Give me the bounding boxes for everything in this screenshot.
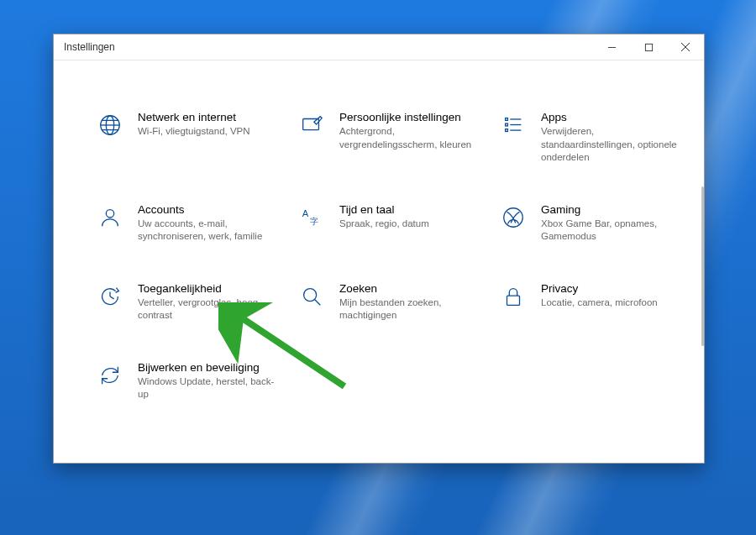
tile-apps[interactable]: Apps Verwijderen, standaardinstellingen,… — [499, 111, 692, 165]
tile-privacy[interactable]: Privacy Locatie, camera, microfoon — [499, 282, 692, 323]
tile-desc: Spraak, regio, datum — [339, 218, 429, 231]
person-icon — [96, 203, 124, 232]
search-icon — [297, 282, 326, 311]
maximize-button[interactable] — [630, 34, 667, 60]
close-button[interactable] — [667, 34, 704, 60]
xbox-icon — [499, 203, 528, 232]
svg-rect-14 — [506, 129, 508, 132]
tile-desc: Achtergrond, vergrendelingsscherm, kleur… — [339, 125, 482, 151]
display-icon — [96, 60, 124, 72]
window-title: Instellingen — [54, 41, 115, 53]
tile-network[interactable]: Netwerk en internet Wi-Fi, vliegtuigstan… — [96, 111, 289, 165]
svg-line-21 — [110, 296, 114, 299]
tile-gaming[interactable]: Gaming Xbox Game Bar, opnames, Gamemodus — [499, 203, 692, 244]
tile-desc: Verteller, vergrootglas, hoog contrast — [138, 296, 281, 323]
vertical-scrollbar[interactable] — [699, 60, 704, 463]
title-bar[interactable]: Instellingen — [54, 34, 704, 60]
tile-desc: Mijn bestanden zoeken, machtigingen — [339, 296, 482, 323]
tile-title: Zoeken — [339, 282, 482, 295]
apps-list-icon — [499, 111, 528, 139]
settings-scroll-area[interactable]: energie, aan/uit koppelen — [54, 60, 699, 463]
minimize-button[interactable] — [593, 34, 630, 60]
svg-text:A: A — [302, 208, 309, 218]
lock-icon — [499, 282, 528, 311]
settings-window: Instellingen energie, aan/uit — [53, 34, 705, 464]
tile-desc: Xbox Game Bar, opnames, Gamemodus — [541, 218, 684, 244]
tile-personalization[interactable]: Persoonlijke instellingen Achtergrond, v… — [297, 111, 491, 165]
tile-update-security[interactable]: Bijwerken en beveiliging Windows Update,… — [96, 361, 289, 401]
svg-rect-24 — [507, 296, 520, 305]
tile-desc: Windows Update, herstel, back-up — [138, 375, 281, 401]
settings-categories-grid: energie, aan/uit koppelen — [54, 60, 699, 427]
tile-system[interactable]: energie, aan/uit — [96, 60, 289, 72]
tile-title: Apps — [541, 111, 684, 123]
tile-desc: Verwijderen, standaardinstellingen, opti… — [541, 125, 684, 165]
tile-title: Tijd en taal — [339, 203, 429, 216]
tile-title: Persoonlijke instellingen — [339, 111, 482, 123]
tile-desc: Uw accounts, e-mail, synchroniseren, wer… — [138, 218, 281, 244]
tile-ease-of-access[interactable]: Toegankelijkheid Verteller, vergrootglas… — [96, 282, 289, 323]
svg-rect-1 — [645, 44, 652, 50]
svg-rect-10 — [506, 118, 508, 121]
tile-title: Netwerk en internet — [138, 111, 250, 123]
tile-desc: Locatie, camera, microfoon — [541, 296, 658, 310]
tile-title: Gaming — [541, 203, 684, 216]
tile-title: Privacy — [541, 282, 658, 295]
scrollbar-thumb[interactable] — [701, 186, 704, 346]
tile-search[interactable]: Zoeken Mijn bestanden zoeken, machtiging… — [297, 282, 491, 323]
tile-title: Accounts — [138, 203, 281, 216]
tile-time-language[interactable]: A字 Tijd en taal Spraak, regio, datum — [297, 203, 491, 244]
sync-icon — [96, 361, 124, 390]
globe-icon — [96, 111, 124, 139]
svg-point-16 — [106, 209, 113, 217]
tile-accounts[interactable]: Accounts Uw accounts, e-mail, synchronis… — [96, 203, 289, 244]
tile-devices[interactable] — [297, 60, 491, 72]
svg-line-23 — [315, 299, 321, 305]
tile-desc: Wi-Fi, vliegtuigstand, VPN — [138, 125, 250, 139]
tile-title: Bijwerken en beveiliging — [138, 361, 281, 374]
time-language-icon: A字 — [297, 203, 326, 232]
svg-point-22 — [304, 288, 317, 301]
ease-of-access-icon — [96, 282, 124, 311]
svg-rect-12 — [506, 123, 508, 126]
tile-phone[interactable]: koppelen — [499, 60, 692, 72]
tile-title: Toegankelijkheid — [138, 282, 281, 295]
settings-content: energie, aan/uit koppelen — [54, 60, 704, 463]
svg-text:字: 字 — [310, 217, 318, 226]
paintbrush-icon — [297, 111, 326, 139]
